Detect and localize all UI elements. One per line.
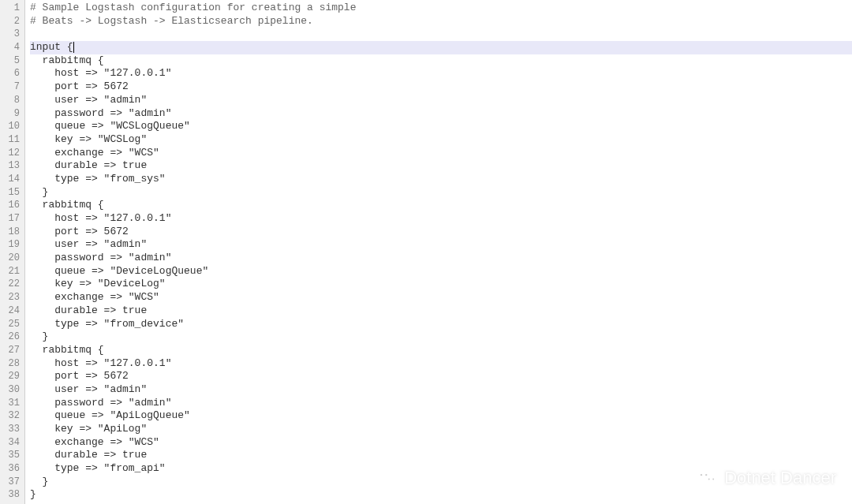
code-line[interactable]: } [30,186,852,200]
code-line[interactable]: user => "admin" [30,238,852,252]
code-line[interactable]: durable => true [30,159,852,173]
line-number: 37 [0,476,24,489]
line-number: 2 [0,15,24,28]
code-line[interactable]: key => "ApiLog" [30,423,852,436]
code-line[interactable]: port => 5672 [30,370,852,383]
line-number: 6 [0,67,24,80]
line-number: 23 [0,291,24,304]
code-text: key => "WCSLog" [30,133,147,145]
code-line[interactable]: input { [30,41,852,54]
code-line[interactable]: key => "WCSLog" [30,133,852,147]
code-line[interactable]: port => 5672 [30,226,852,239]
code-line[interactable]: exchange => "WCS" [30,147,852,160]
line-number: 32 [0,409,24,423]
code-text: queue => "DeviceLogQueue" [30,265,208,277]
code-line[interactable]: host => "127.0.0.1" [30,212,852,226]
code-text: queue => "ApiLogQueue" [30,409,190,421]
code-text: user => "admin" [30,238,147,250]
code-text: durable => true [30,449,147,461]
code-line[interactable]: } [30,476,852,489]
code-text: exchange => "WCS" [30,436,159,448]
code-text: input { [30,41,73,53]
code-text: queue => "WCSLogQueue" [30,120,190,132]
code-line[interactable]: } [30,488,852,502]
code-line[interactable]: user => "admin" [30,383,852,397]
line-number: 13 [0,159,24,173]
code-line[interactable]: rabbitmq { [30,54,852,68]
code-text: exchange => "WCS" [30,147,159,159]
code-text: durable => true [30,304,147,316]
code-editor[interactable]: 1234567891011121314151617181920212223242… [0,0,852,504]
code-line[interactable]: queue => "WCSLogQueue" [30,120,852,133]
code-line[interactable]: # Beats -> Logstash -> Elasticsearch pip… [30,15,852,28]
code-line[interactable]: queue => "DeviceLogQueue" [30,265,852,278]
code-line[interactable]: rabbitmq { [30,344,852,357]
code-line[interactable]: password => "admin" [30,252,852,265]
code-text: port => 5672 [30,80,129,92]
line-number: 11 [0,133,24,147]
code-line[interactable]: type => "from_sys" [30,173,852,186]
code-line[interactable]: host => "127.0.0.1" [30,67,852,80]
code-content-area[interactable]: # Sample Logstash configuration for crea… [25,0,852,504]
code-line[interactable]: type => "from_api" [30,462,852,476]
code-text: key => "ApiLog" [30,423,147,435]
line-number: 10 [0,120,24,133]
line-number: 8 [0,94,24,107]
code-line[interactable]: port => 5672 [30,80,852,94]
line-number: 29 [0,370,24,383]
line-number: 19 [0,238,24,252]
code-text: durable => true [30,159,147,171]
code-line[interactable]: rabbitmq { [30,199,852,212]
line-number: 20 [0,252,24,265]
line-number: 15 [0,186,24,200]
code-line[interactable] [30,28,852,41]
code-line[interactable]: host => "127.0.0.1" [30,357,852,371]
code-text: user => "admin" [30,94,147,106]
code-line[interactable]: exchange => "WCS" [30,436,852,450]
code-line[interactable]: exchange => "WCS" [30,291,852,304]
code-text: rabbitmq { [30,199,104,211]
line-number: 28 [0,357,24,371]
line-number: 21 [0,265,24,278]
line-number: 35 [0,449,24,462]
line-number: 18 [0,226,24,239]
code-text: host => "127.0.0.1" [30,67,171,79]
line-number: 24 [0,304,24,318]
code-line[interactable]: password => "admin" [30,397,852,410]
code-text: } [30,476,48,487]
line-number: 31 [0,397,24,410]
code-text: password => "admin" [30,397,171,409]
text-cursor [73,42,74,53]
line-number: 33 [0,423,24,436]
code-text: } [30,488,36,500]
code-line[interactable]: type => "from_device" [30,318,852,331]
code-text: rabbitmq { [30,54,104,66]
code-text: user => "admin" [30,383,147,395]
line-number: 30 [0,383,24,397]
line-number: 36 [0,462,24,476]
code-text: type => "from_api" [30,462,166,474]
code-line[interactable]: user => "admin" [30,94,852,107]
code-line[interactable]: durable => true [30,449,852,462]
code-text: # Beats -> Logstash -> Elasticsearch pip… [30,15,313,27]
line-number: 26 [0,330,24,344]
code-line[interactable]: queue => "ApiLogQueue" [30,409,852,423]
code-line[interactable]: # Sample Logstash configuration for crea… [30,2,852,15]
line-number-gutter: 1234567891011121314151617181920212223242… [0,0,25,504]
line-number: 1 [0,2,24,15]
code-text: port => 5672 [30,370,129,382]
code-text: type => "from_sys" [30,173,166,185]
line-number: 17 [0,212,24,226]
code-text: # Sample Logstash configuration for crea… [30,2,356,13]
code-line[interactable]: durable => true [30,304,852,318]
line-number: 7 [0,80,24,94]
line-number: 25 [0,318,24,331]
code-text: rabbitmq { [30,344,104,356]
code-line[interactable]: key => "DeviceLog" [30,278,852,291]
code-text: type => "from_device" [30,318,184,330]
line-number: 34 [0,436,24,450]
code-text: host => "127.0.0.1" [30,357,171,369]
line-number: 14 [0,173,24,186]
code-line[interactable]: } [30,330,852,344]
code-line[interactable]: password => "admin" [30,107,852,121]
